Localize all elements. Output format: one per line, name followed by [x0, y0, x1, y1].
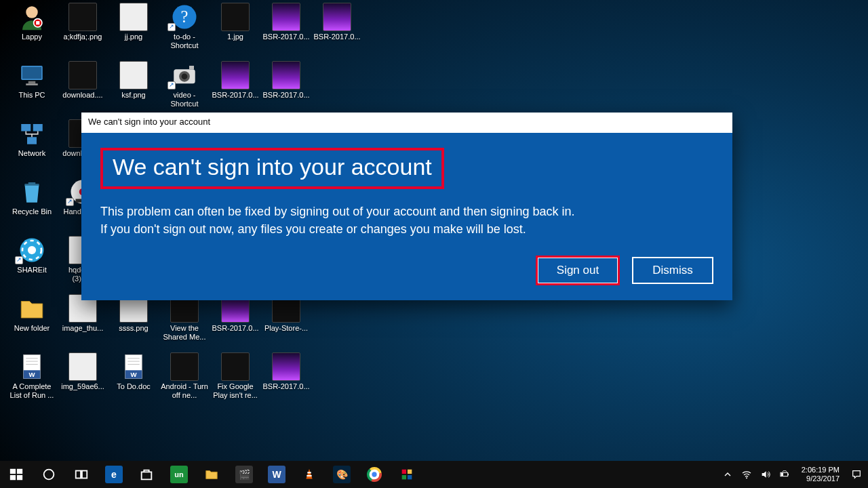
desktop-icon-label: This PC — [7, 91, 57, 100]
desktop-icon-android[interactable]: Android - Turn off ne... — [159, 352, 210, 400]
svg-text:?: ? — [181, 7, 189, 26]
thumbnail-icon — [119, 61, 148, 89]
desktop-icon-bsr1[interactable]: BSR-2017.0... — [261, 3, 311, 41]
desktop-icon-network[interactable]: Network — [7, 119, 57, 158]
taskbar-app-screenrec[interactable] — [391, 461, 423, 488]
folder-icon — [18, 294, 46, 323]
taskbar-app-moviemaker[interactable]: 🎬 — [228, 461, 260, 488]
desktop-icon-lappy[interactable]: Lappy — [7, 3, 57, 41]
taskbar-app-vlc[interactable] — [293, 461, 326, 488]
desktop-icon-thispc[interactable]: This PC — [7, 61, 57, 100]
thumbnail-icon — [68, 3, 97, 31]
desktop-icon-label: image_thu... — [58, 324, 108, 333]
desktop-icon-recyclebin[interactable]: Recycle Bin — [7, 178, 57, 216]
desktop-icon-bsr2[interactable]: BSR-2017.0... — [312, 3, 362, 41]
desktop-icon-img59[interactable]: img_59ae6... — [58, 352, 108, 391]
desktop-icon-bsr3[interactable]: BSR-2017.0... — [210, 61, 260, 100]
taskbar-app-edge[interactable]: e — [98, 461, 130, 488]
windows-logo-icon — [9, 467, 24, 482]
desktop-icon-label: img_59ae6... — [58, 382, 108, 391]
tray-battery-button[interactable] — [778, 468, 791, 481]
desktop-icon-label: Lappy — [7, 33, 57, 41]
svg-rect-37 — [17, 475, 22, 480]
desktop-icon-viewshared[interactable]: View the Shared Me... — [159, 294, 210, 342]
svg-rect-34 — [10, 469, 16, 474]
desktop-icon-label: BSR-2017.0... — [210, 324, 260, 333]
svg-rect-36 — [10, 475, 16, 480]
desktop-icon-bsr4[interactable]: BSR-2017.0... — [261, 61, 311, 100]
dialog-button-row: Sign out Dismiss — [100, 257, 713, 284]
dialog-title: We can't sign into your account — [88, 117, 210, 127]
desktop-icon-ksf[interactable]: ksf.png — [108, 61, 159, 100]
chevron-up-icon — [722, 469, 733, 480]
desktop-icon-shareit[interactable]: SHAREit — [7, 236, 57, 274]
desktop-icon-jj[interactable]: jj.png — [108, 3, 159, 41]
desktop-icon-label: Android - Turn off ne... — [159, 382, 210, 400]
svg-point-0 — [26, 6, 38, 18]
dialog-titlebar[interactable]: We can't sign into your account — [81, 113, 732, 133]
desktop-icon-label: A Complete List of Run ... — [7, 382, 57, 400]
dialog-body-text: This problem can often be fixed by signi… — [100, 203, 713, 238]
task-view-icon — [74, 467, 89, 482]
desktop-icon-fixplay[interactable]: Fix Google Play isn't re... — [210, 352, 260, 400]
taskbar-app-uninstaller[interactable]: un — [163, 461, 195, 488]
tray-clock[interactable]: 2:06:19 PM 9/23/2017 — [797, 466, 844, 483]
taskbar-app-chrome[interactable] — [358, 461, 391, 488]
svg-rect-39 — [76, 471, 81, 479]
dismiss-button[interactable]: Dismiss — [632, 257, 713, 284]
svg-rect-49 — [408, 470, 412, 474]
chrome-icon — [367, 467, 382, 482]
taskbar-app-explorer[interactable] — [195, 461, 228, 488]
cortana-button[interactable] — [33, 461, 65, 488]
vlc-cone-icon — [302, 467, 317, 482]
wifi-icon — [741, 469, 752, 480]
desktop-icon-label: to-do - Shortcut — [159, 33, 210, 50]
thumbnail-icon — [323, 3, 351, 31]
shortcut-overlay-icon — [15, 256, 23, 264]
desktop-icon-label: View the Shared Me... — [159, 324, 210, 342]
thumbnail-icon — [221, 61, 250, 89]
desktop-icon-download1[interactable]: download.... — [58, 61, 108, 100]
thumbnail-icon — [68, 61, 97, 89]
desktop-icon-one-jpg[interactable]: 1.jpg — [210, 3, 260, 41]
task-view-button[interactable] — [65, 461, 98, 488]
svg-rect-48 — [402, 470, 406, 474]
tray-overflow-button[interactable] — [722, 468, 734, 481]
start-button[interactable] — [0, 461, 33, 488]
svg-point-52 — [746, 477, 747, 479]
tray-volume-button[interactable] — [760, 468, 772, 481]
desktop-icon-bsr6[interactable]: BSR-2017.0... — [261, 352, 311, 391]
desktop-icon-akdfja[interactable]: a;kdfja;.png — [58, 3, 108, 41]
svg-rect-14 — [33, 124, 43, 131]
svg-text:W: W — [130, 371, 137, 378]
desktop-icon-label: New folder — [7, 324, 57, 333]
desktop-icon-todo-sc[interactable]: ?to-do - Shortcut — [159, 3, 210, 50]
signin-error-dialog: We can't sign into your account We can't… — [81, 113, 732, 300]
circle-icon — [41, 467, 56, 482]
speaker-icon — [760, 469, 771, 480]
svg-rect-50 — [402, 475, 406, 479]
desktop-icon-video-sc[interactable]: video - Shortcut — [159, 61, 210, 108]
action-center-button[interactable] — [850, 468, 863, 481]
desktop-icon-complete[interactable]: WA Complete List of Run ... — [7, 352, 57, 400]
desktop-icon-label: BSR-2017.0... — [261, 91, 311, 100]
svg-rect-12 — [189, 66, 194, 69]
desktop-icon-tododoc[interactable]: WTo Do.doc — [108, 352, 159, 391]
thumbnail-icon — [68, 352, 97, 381]
pc-icon — [18, 61, 46, 89]
tray-network-button[interactable] — [741, 468, 753, 481]
taskbar-app-store[interactable] — [130, 461, 163, 488]
doc-icon: W — [18, 352, 46, 381]
store-icon — [139, 467, 154, 482]
dialog-headline: We can't sign into your account — [113, 155, 432, 180]
desktop-icon-newfolder[interactable]: New folder — [7, 294, 57, 333]
system-tray: 2:06:19 PM 9/23/2017 — [722, 461, 868, 488]
taskbar-app-paint[interactable]: 🎨 — [326, 461, 358, 488]
svg-rect-13 — [21, 124, 31, 131]
svg-point-20 — [28, 246, 36, 254]
sign-out-button[interactable]: Sign out — [537, 257, 618, 284]
svg-rect-7 — [28, 81, 36, 84]
taskbar-app-word[interactable]: W — [260, 461, 293, 488]
svg-rect-8 — [26, 83, 38, 85]
desktop-icon-label: Play-Store-... — [261, 324, 311, 333]
